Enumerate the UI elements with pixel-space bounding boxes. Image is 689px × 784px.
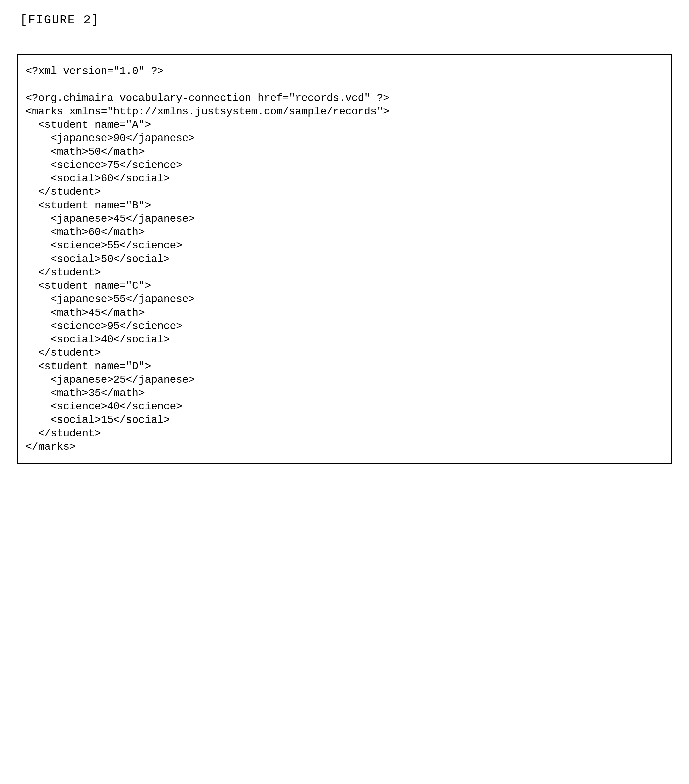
student-open: <student name="A"> (25, 119, 151, 131)
student-math: <math>35</math> (25, 387, 145, 399)
student-close: </student> (25, 186, 100, 198)
xml-root-open: <marks xmlns="http://xmlns.justsystem.co… (25, 105, 389, 118)
student-japanese: <japanese>90</japanese> (25, 132, 195, 145)
student-social: <social>50</social> (25, 253, 169, 265)
student-math: <math>45</math> (25, 306, 145, 319)
xml-processing-instruction: <?org.chimaira vocabulary-connection hre… (25, 92, 389, 104)
xml-root-close: </marks> (25, 441, 76, 453)
student-social: <social>40</social> (25, 333, 169, 346)
student-social: <social>60</social> (25, 172, 169, 185)
student-science: <science>95</science> (25, 320, 183, 332)
student-open: <student name="D"> (25, 360, 151, 372)
student-close: </student> (25, 427, 100, 440)
xml-code-content: <?xml version="1.0" ?> <?org.chimaira vo… (25, 65, 664, 454)
blank-line (25, 78, 664, 92)
figure-label: [FIGURE 2] (20, 13, 672, 27)
student-social: <social>15</social> (25, 414, 169, 426)
xml-declaration: <?xml version="1.0" ?> (25, 65, 163, 77)
student-japanese: <japanese>45</japanese> (25, 212, 195, 225)
student-close: </student> (25, 347, 100, 359)
xml-code-box: <?xml version="1.0" ?> <?org.chimaira vo… (17, 54, 672, 464)
student-science: <science>75</science> (25, 159, 183, 171)
student-japanese: <japanese>55</japanese> (25, 293, 195, 305)
student-math: <math>50</math> (25, 145, 145, 158)
student-open: <student name="B"> (25, 199, 151, 212)
student-math: <math>60</math> (25, 226, 145, 239)
student-open: <student name="C"> (25, 280, 151, 292)
student-science: <science>40</science> (25, 400, 183, 413)
student-science: <science>55</science> (25, 239, 183, 252)
student-close: </student> (25, 266, 100, 279)
student-japanese: <japanese>25</japanese> (25, 374, 195, 386)
